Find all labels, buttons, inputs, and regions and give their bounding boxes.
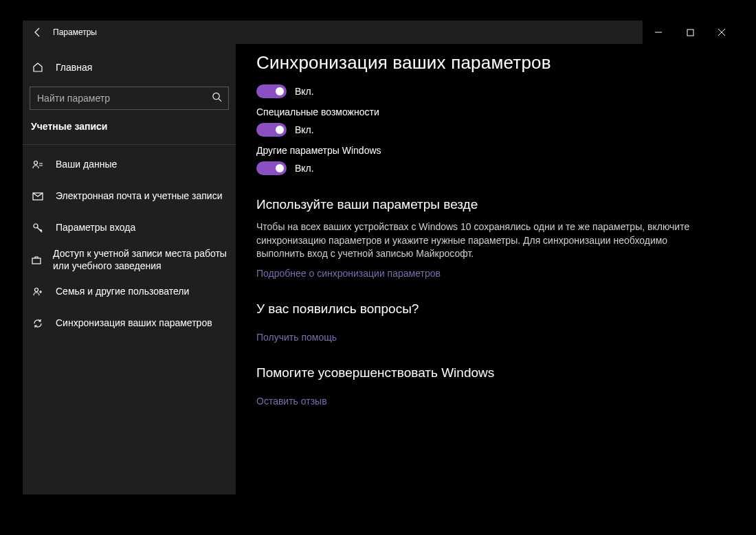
get-help-link[interactable]: Получить помощь	[256, 332, 337, 343]
close-button[interactable]	[706, 21, 737, 44]
sidebar-divider	[23, 144, 236, 145]
sync-icon	[31, 318, 45, 329]
search-input[interactable]	[30, 87, 229, 110]
svg-line-5	[219, 99, 221, 102]
section-heading-questions: У вас появились вопросы?	[256, 301, 717, 317]
titlebar: Параметры	[23, 21, 737, 44]
feedback-link[interactable]: Оставить отзыв	[256, 396, 327, 407]
minimize-button[interactable]	[643, 21, 674, 44]
toggle-switch[interactable]	[256, 84, 287, 98]
page-title: Синхронизация ваших параметров	[256, 52, 717, 73]
mail-icon	[31, 191, 45, 202]
sidebar-item-label: Параметры входа	[56, 222, 135, 234]
sidebar-item-label: Доступ к учетной записи места работы или…	[53, 248, 227, 272]
sidebar-home-label: Главная	[56, 62, 92, 73]
svg-point-4	[213, 93, 219, 99]
svg-point-10	[35, 288, 38, 292]
briefcase-icon	[31, 255, 42, 266]
toggle-state: Вкл.	[295, 86, 314, 97]
window-controls	[643, 21, 737, 44]
section-text: Чтобы на всех ваших устройствах с Window…	[256, 220, 717, 261]
toggle-label: Специальные возможности	[256, 106, 717, 117]
people-icon	[31, 286, 45, 297]
toggle-row: Вкл.	[256, 161, 717, 175]
toggle-switch[interactable]	[256, 161, 287, 175]
section-heading-use-everywhere: Используйте ваши параметры везде	[256, 197, 717, 212]
toggle-row: Вкл.	[256, 84, 717, 98]
toggle-row: Вкл.	[256, 123, 717, 137]
toggle-group: Вкл.	[256, 84, 717, 98]
maximize-button[interactable]	[674, 21, 706, 44]
toggle-state: Вкл.	[295, 124, 314, 135]
sidebar-home[interactable]: Главная	[23, 54, 236, 81]
toggle-state: Вкл.	[295, 163, 314, 174]
toggle-switch[interactable]	[256, 123, 287, 137]
sidebar-section-title: Учетные записи	[23, 119, 236, 141]
sidebar-item-sync[interactable]: Синхронизация ваших параметров	[23, 308, 236, 339]
settings-window: Параметры Главная	[23, 21, 737, 494]
search-wrap	[30, 87, 229, 110]
search-icon	[212, 92, 222, 105]
svg-rect-1	[687, 30, 693, 36]
toggle-group: Специальные возможности Вкл.	[256, 106, 717, 137]
sidebar-item-family[interactable]: Семья и другие пользователи	[23, 276, 236, 308]
window-body: Главная Учетные записи Ваши данны	[23, 44, 737, 494]
svg-rect-9	[32, 258, 41, 264]
svg-point-6	[34, 161, 38, 165]
sidebar-item-signin[interactable]: Параметры входа	[23, 212, 236, 244]
sidebar-item-email[interactable]: Электронная почта и учетные записи	[23, 181, 236, 212]
sidebar-item-label: Электронная почта и учетные записи	[56, 190, 222, 203]
learn-more-link[interactable]: Подробнее о синхронизации параметров	[256, 268, 441, 279]
content: Синхронизация ваших параметров Вкл. Спец…	[236, 44, 737, 494]
sidebar-item-label: Ваши данные	[56, 159, 117, 171]
home-icon	[31, 62, 45, 73]
person-icon	[31, 159, 45, 170]
toggle-group: Другие параметры Windows Вкл.	[256, 145, 717, 175]
key-icon	[31, 223, 45, 234]
sidebar-item-work-access[interactable]: Доступ к учетной записи места работы или…	[23, 244, 236, 276]
section-heading-feedback: Помогите усовершенствовать Windows	[256, 365, 717, 380]
sidebar-item-your-info[interactable]: Ваши данные	[23, 149, 236, 181]
toggle-label: Другие параметры Windows	[256, 145, 717, 156]
window-title: Параметры	[53, 27, 97, 37]
back-button[interactable]	[23, 21, 53, 44]
sidebar: Главная Учетные записи Ваши данны	[23, 44, 236, 494]
sidebar-item-label: Синхронизация ваших параметров	[56, 317, 212, 330]
sidebar-item-label: Семья и другие пользователи	[56, 286, 189, 298]
